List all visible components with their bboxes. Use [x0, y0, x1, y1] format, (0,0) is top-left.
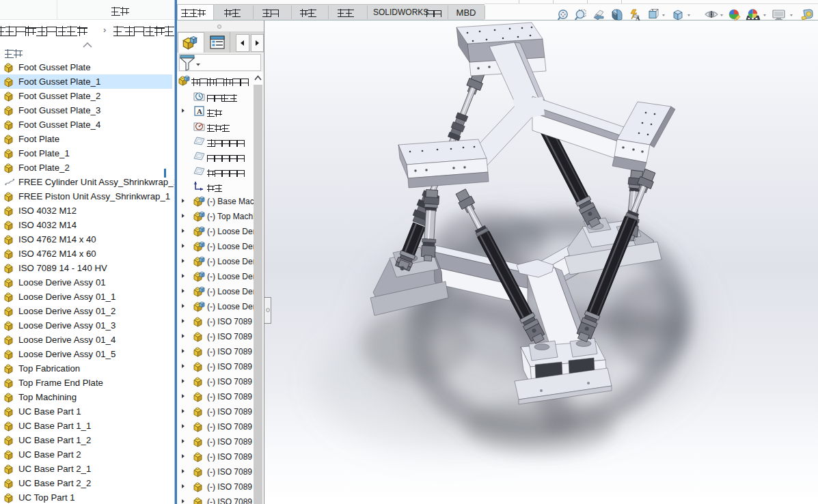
svg-text:A: A	[197, 107, 202, 115]
svg-text:A: A	[636, 15, 640, 22]
